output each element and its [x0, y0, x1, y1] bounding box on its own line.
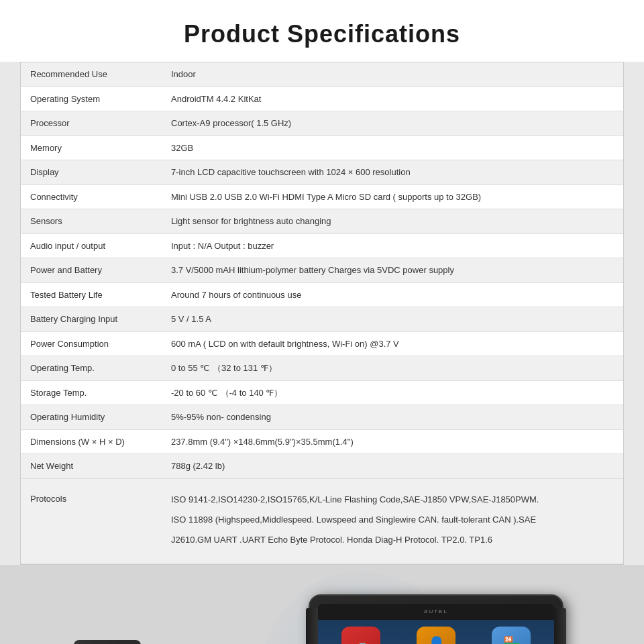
protocols-row: Protocols ISO 9141-2,ISO14230-2,ISO15765…	[21, 478, 623, 564]
tablet-device: AUTEL 🚗Diagnostics👤Service🏪Shop Manager💳…	[309, 594, 564, 645]
page-title: Product Specifications	[13, 20, 631, 48]
spec-label: Recommended Use	[21, 62, 162, 87]
apps-grid: 🚗Diagnostics👤Service🏪Shop Manager💳Data M…	[318, 620, 554, 645]
spec-value: 237.8mm (9.4") ×148.6mm(5.9")×35.5mm(1.4…	[162, 429, 623, 454]
table-row: Display 7-inch LCD capacitive touchscree…	[21, 160, 623, 185]
table-row: Battery Charging Input 5 V / 1.5 A	[21, 307, 623, 332]
spec-label: Audio input / output	[21, 233, 162, 258]
table-row: Recommended Use Indoor	[21, 62, 623, 87]
tablet-apps-screen: 🚗Diagnostics👤Service🏪Shop Manager💳Data M…	[318, 620, 554, 645]
page-wrapper: Product Specifications Recommended Use I…	[0, 0, 644, 644]
protocols-label: Protocols	[21, 478, 162, 564]
title-section: Product Specifications	[0, 0, 644, 62]
spec-label: Power and Battery	[21, 258, 162, 283]
spec-label: Memory	[21, 136, 162, 160]
spec-label: Operating System	[21, 87, 162, 111]
spec-label: Display	[21, 160, 162, 185]
spec-value: 7-inch LCD capacitive touchscreen with 1…	[162, 160, 623, 185]
spec-label: Dimensions (W × H × D)	[21, 429, 162, 454]
spec-label: Net Weight	[21, 454, 162, 479]
specs-table: Recommended Use Indoor Operating System …	[20, 62, 624, 565]
table-row: Tested Battery Life Around 7 hours of co…	[21, 282, 623, 307]
spec-label: Operating Temp.	[21, 356, 162, 381]
spec-value: Indoor	[162, 62, 623, 87]
spec-label: Connectivity	[21, 184, 162, 209]
app-icon-image: 🏪	[492, 627, 531, 645]
spec-label: Power Consumption	[21, 331, 162, 356]
table-row: Connectivity Mini USB 2.0 USB 2.0 Wi-Fi …	[21, 184, 623, 209]
obd-device: AUTEL	[40, 625, 174, 645]
rugged-grip-left	[306, 608, 318, 645]
specifications-table: Recommended Use Indoor Operating System …	[21, 62, 623, 564]
table-row: Operating Temp. 0 to 55 ℃ （32 to 131 ℉）	[21, 356, 623, 381]
app-icon[interactable]: 🚗Diagnostics	[326, 627, 396, 645]
tablet-screen: AUTEL 🚗Diagnostics👤Service🏪Shop Manager💳…	[318, 604, 554, 645]
spec-label: Sensors	[21, 209, 162, 234]
spec-label: Storage Temp.	[21, 380, 162, 405]
tablet-brand: AUTEL	[424, 608, 448, 614]
table-row: Operating System AndroidTM 4.4.2 KitKat	[21, 87, 623, 111]
table-row: Power Consumption 600 mA ( LCD on with d…	[21, 331, 623, 356]
spec-value: 5 V / 1.5 A	[162, 307, 623, 332]
spec-value: 5%-95% non- condensing	[162, 405, 623, 430]
spec-value: Cortex-A9 processor( 1.5 GHz)	[162, 111, 623, 136]
table-row: Processor Cortex-A9 processor( 1.5 GHz)	[21, 111, 623, 136]
table-row: Storage Temp. -20 to 60 ℃ （-4 to 140 ℉）	[21, 380, 623, 405]
spec-label: Tested Battery Life	[21, 282, 162, 307]
table-row: Memory 32GB	[21, 136, 623, 160]
app-icon[interactable]: 👤Service	[401, 627, 471, 645]
table-row: Dimensions (W × H × D) 237.8mm (9.4") ×1…	[21, 429, 623, 454]
table-row: Sensors Light sensor for brightness auto…	[21, 209, 623, 234]
protocols-value: ISO 9141-2,ISO14230-2,ISO15765,K/L-Line …	[162, 478, 623, 564]
spec-value: 788g (2.42 lb)	[162, 454, 623, 479]
protocol-line: ISO 9141-2,ISO14230-2,ISO15765,K/L-Line …	[171, 491, 614, 508]
app-icon-image: 👤	[417, 627, 455, 645]
spec-value: -20 to 60 ℃ （-4 to 140 ℉）	[162, 380, 623, 405]
spec-label: Processor	[21, 111, 162, 136]
obd-connector	[74, 640, 141, 645]
spec-value: 32GB	[162, 136, 623, 160]
tablet-top-bar: AUTEL	[318, 604, 554, 620]
rugged-grip-right	[554, 608, 566, 645]
spec-value: Light sensor for brightness auto changin…	[162, 209, 623, 234]
tablet-outer: AUTEL 🚗Diagnostics👤Service🏪Shop Manager💳…	[309, 594, 564, 645]
spec-label: Operating Humidity	[21, 405, 162, 430]
spec-value: AndroidTM 4.4.2 KitKat	[162, 87, 623, 111]
spec-value: 3.7 V/5000 mAH lithium-polymer battery C…	[162, 258, 623, 283]
spec-value: 600 mA ( LCD on with default brightness,…	[162, 331, 623, 356]
app-icon[interactable]: 🏪Shop Manager	[476, 627, 546, 645]
spec-value: 0 to 55 ℃ （32 to 131 ℉）	[162, 356, 623, 381]
app-icon-image: 🚗	[341, 627, 380, 645]
spec-value: Mini USB 2.0 USB 2.0 Wi-Fi HDMI Type A M…	[162, 184, 623, 209]
table-row: Audio input / output Input : N/A Output …	[21, 233, 623, 258]
table-row: Net Weight 788g (2.42 lb)	[21, 454, 623, 479]
spec-value: Around 7 hours of continuous use	[162, 282, 623, 307]
table-row: Operating Humidity 5%-95% non- condensin…	[21, 405, 623, 430]
protocol-line: ISO 11898 (Highspeed,Middlespeed. Lowspe…	[171, 511, 614, 529]
table-row: Power and Battery 3.7 V/5000 mAH lithium…	[21, 258, 623, 283]
spec-label: Battery Charging Input	[21, 307, 162, 332]
product-section: AUTEL AUTEL 🚗Diagnostics👤Service🏪Shop Ma…	[0, 565, 644, 645]
spec-value: Input : N/A Output : buzzer	[162, 233, 623, 258]
protocol-line: J2610.GM UART .UART Echo Byte Protocol. …	[171, 531, 614, 549]
